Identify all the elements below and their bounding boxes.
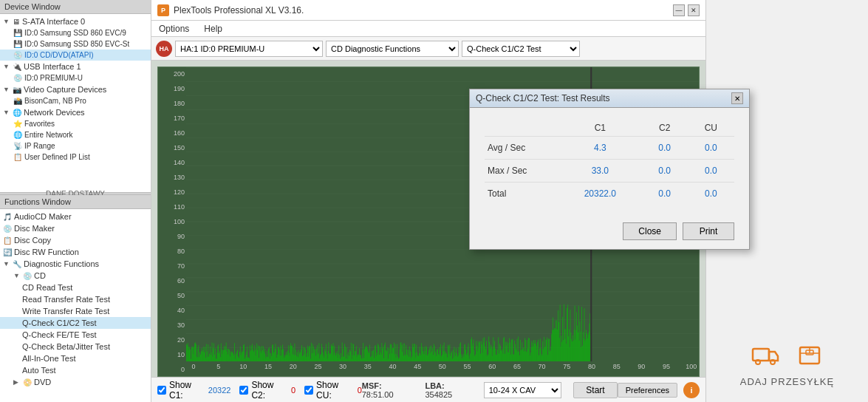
star-icon: ⭐ xyxy=(13,120,22,128)
x-label-40: 40 xyxy=(386,363,400,376)
tree-item-favorites[interactable]: ⭐ Favorites xyxy=(0,118,151,129)
c1-checkbox-input[interactable] xyxy=(157,386,166,395)
tree-item-bisoncam[interactable]: 📸 BisonCam, NB Pro xyxy=(0,95,151,106)
toolbar-logo: HA xyxy=(156,41,172,57)
tree-item-disc-maker[interactable]: 💿 Disc Maker xyxy=(0,222,151,234)
package-icon xyxy=(795,339,824,369)
c2-checkbox-input[interactable] xyxy=(239,386,248,395)
tree-label: Read Transfer Rate Test xyxy=(22,295,110,304)
tree-item-user-ip[interactable]: 📋 User Defined IP List xyxy=(0,151,151,163)
x-label-30: 30 xyxy=(335,363,350,376)
expand-icon: ▼ xyxy=(3,109,10,116)
minimize-button[interactable]: — xyxy=(673,4,685,16)
y-label-100: 100 xyxy=(174,218,185,225)
y-label-40: 40 xyxy=(177,307,185,314)
close-button[interactable]: ✕ xyxy=(688,4,700,16)
tree-label: AudioCD Maker xyxy=(14,212,72,221)
tree-item-qcheck-beta[interactable]: Q-Check Beta/Jitter Test xyxy=(0,341,151,352)
tree-item-entire-network[interactable]: 🌐 Entire Network xyxy=(0,129,151,140)
device-select[interactable]: HA:1 ID:0 PREMIUM-U xyxy=(175,41,323,57)
total-label: Total xyxy=(485,183,558,205)
show-c1-checkbox[interactable]: Show C1: 20322 xyxy=(157,380,230,401)
show-c2-checkbox[interactable]: Show C2: 0 xyxy=(239,380,295,401)
y-label-140: 140 xyxy=(174,159,185,166)
tree-item-cd-read[interactable]: CD Read Test xyxy=(0,282,151,293)
x-label-65: 65 xyxy=(510,363,524,376)
x-label-15: 15 xyxy=(261,363,276,376)
total-c1: 20322.0 xyxy=(558,183,642,205)
x-label-75: 75 xyxy=(559,363,574,376)
lba-label: LBA: 354825 xyxy=(425,381,471,399)
y-label-200: 200 xyxy=(174,70,185,78)
webcam-icon: 📸 xyxy=(13,97,22,105)
y-label-110: 110 xyxy=(174,203,185,211)
modal-close-button[interactable]: ✕ xyxy=(731,92,743,104)
tree-item-dvd[interactable]: ▶ 📀 DVD xyxy=(0,376,151,388)
max-label: Max / Sec xyxy=(485,160,558,183)
max-c2: 0.0 xyxy=(642,160,688,183)
modal-print-btn[interactable]: Print xyxy=(683,222,734,240)
y-label-30: 30 xyxy=(177,321,185,329)
tree-item-diagnostic[interactable]: ▼ 🔧 Diagnostic Functions xyxy=(0,258,151,270)
truck-icon xyxy=(751,339,780,369)
msf-value: 78:51.00 xyxy=(362,390,394,399)
menu-options[interactable]: Options xyxy=(156,23,192,35)
modal-close-btn[interactable]: Close xyxy=(623,222,677,240)
tree-item-auto[interactable]: Auto Test xyxy=(0,364,151,376)
menubar: Options Help xyxy=(151,21,705,37)
network-icon: 📡 xyxy=(13,142,22,150)
audio-icon: 🎵 xyxy=(3,213,12,221)
modal-table: C1 C2 CU Avg / Sec 4.3 0.0 0.0 xyxy=(485,120,734,205)
expand-icon: ▼ xyxy=(3,63,10,70)
app-title: PlexTools Professional XL V3.16. xyxy=(174,5,304,16)
hdd-icon: 🖥 xyxy=(13,18,20,26)
tree-label: ID:0 CD/DVD(ATAPI) xyxy=(24,51,94,59)
x-label-85: 85 xyxy=(609,363,624,376)
y-label-20: 20 xyxy=(177,336,185,344)
tree-item-allinone[interactable]: All-In-One Test xyxy=(0,352,151,364)
msf-label: MSF: 78:51.00 xyxy=(362,381,414,399)
cu-checkbox-input[interactable] xyxy=(304,386,313,395)
tree-item-qcheck-c1c2[interactable]: Q-Check C1/C2 Test xyxy=(0,317,151,329)
start-button[interactable]: Start xyxy=(573,382,617,398)
tree-item-ip-range[interactable]: 📡 IP Range xyxy=(0,140,151,151)
tree-item-read-transfer[interactable]: Read Transfer Rate Test xyxy=(0,293,151,305)
tree-item-ssd850[interactable]: 💾 ID:0 Samsung SSD 850 EVC-St xyxy=(0,38,151,50)
tree-item-audiocd[interactable]: 🎵 AudioCD Maker xyxy=(0,211,151,222)
y-label-170: 170 xyxy=(174,115,185,122)
cd-icon: 💿 xyxy=(13,74,22,82)
tree-label: Favorites xyxy=(24,120,55,128)
speed-select[interactable]: 10-24 X CAV xyxy=(484,382,562,398)
svg-point-7 xyxy=(756,360,760,364)
tree-item-sata[interactable]: ▼ 🖥 S-ATA Interface 0 xyxy=(0,16,151,27)
x-label-5: 5 xyxy=(211,363,226,376)
tree-item-cddvd[interactable]: 💿 ID:0 CD/DVD(ATAPI) xyxy=(0,50,151,61)
cd-icon: 💿 xyxy=(23,272,32,280)
tree-item-qcheck-fete[interactable]: Q-Check FE/TE Test xyxy=(0,329,151,341)
tree-item-network[interactable]: ▼ 🌐 Network Devices xyxy=(0,106,151,118)
x-label-55: 55 xyxy=(460,363,475,376)
globe-icon: 🌐 xyxy=(13,131,22,139)
show-c2-label: Show C2: xyxy=(251,380,288,401)
info-button[interactable]: i xyxy=(683,382,700,398)
tree-item-video[interactable]: ▼ 📷 Video Capture Devices xyxy=(0,84,151,95)
tree-label: DVD xyxy=(34,378,51,386)
tree-item-usb[interactable]: ▼ 🔌 USB Interface 1 xyxy=(0,61,151,72)
test-select[interactable]: Q-Check C1/C2 Test xyxy=(462,41,580,57)
tree-item-disc-copy[interactable]: 📋 Disc Copy xyxy=(0,234,151,246)
tree-item-disc-rw[interactable]: 🔄 Disc RW Function xyxy=(0,246,151,258)
expand-icon: ▼ xyxy=(3,260,10,268)
tree-item-write-transfer[interactable]: Write Transfer Rate Test xyxy=(0,305,151,317)
x-label-35: 35 xyxy=(360,363,375,376)
c2-value: 0 xyxy=(291,386,295,395)
tree-item-premium-u[interactable]: 💿 ID:0 PREMIUM-U xyxy=(0,72,151,84)
tree-item-cd[interactable]: ▼ 💿 CD xyxy=(0,270,151,282)
tree-item-ssd860[interactable]: 💾 ID:0 Samsung SSD 860 EVC/9 xyxy=(0,27,151,38)
show-cu-checkbox[interactable]: Show CU: 0 xyxy=(304,380,362,401)
function-select[interactable]: CD Diagnostic Functions xyxy=(326,41,459,57)
tree-label: ID:0 Samsung SSD 850 EVC-St xyxy=(24,40,129,48)
menu-help[interactable]: Help xyxy=(201,23,225,35)
tree-label: Entire Network xyxy=(24,131,73,139)
preferences-button[interactable]: Preferences xyxy=(618,383,677,398)
lba-value: 354825 xyxy=(425,390,452,399)
